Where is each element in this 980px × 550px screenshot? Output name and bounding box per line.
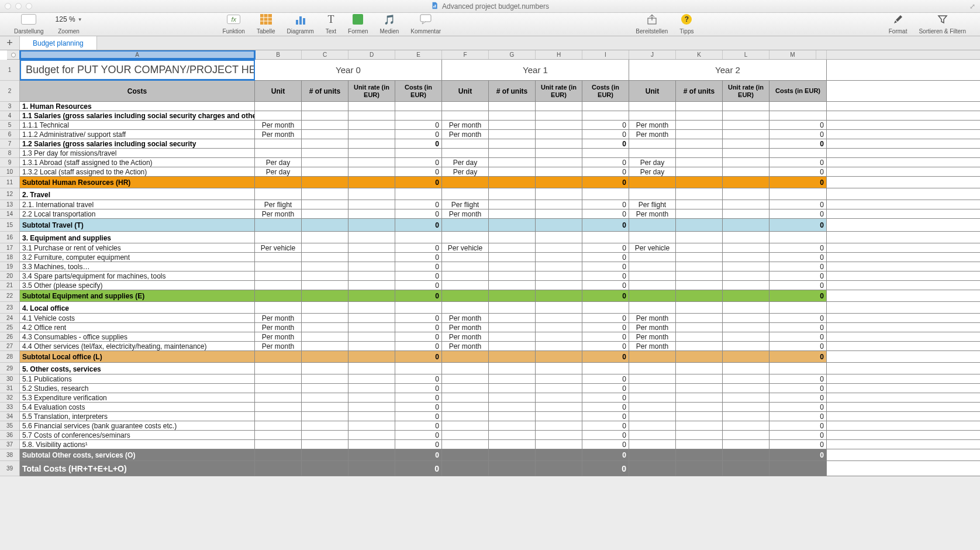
cell[interactable]: 0	[395, 342, 442, 350]
cell[interactable]: 0	[769, 421, 827, 430]
cell[interactable]	[769, 302, 827, 313]
cell[interactable]	[255, 253, 302, 262]
cell[interactable]: Per month	[629, 323, 676, 332]
cell[interactable]	[302, 253, 348, 262]
cell[interactable]	[629, 449, 676, 460]
cell[interactable]: Per month	[442, 342, 489, 350]
cell[interactable]: Per month	[442, 314, 489, 322]
cell[interactable]	[348, 188, 395, 200]
cell[interactable]	[348, 121, 395, 129]
row-header-26[interactable]: 26	[0, 332, 19, 342]
cell[interactable]: 0	[769, 449, 827, 460]
row-header-14[interactable]: 14	[0, 209, 19, 219]
cell[interactable]: 0	[769, 262, 827, 271]
cell[interactable]	[302, 332, 348, 341]
cell[interactable]	[442, 403, 489, 411]
cell[interactable]: 4.4 Other services (tel/fax, electricity…	[20, 342, 255, 350]
cell[interactable]: 1.3.1 Abroad (staff assigned to the Acti…	[20, 158, 255, 167]
cell[interactable]	[723, 412, 769, 421]
cell[interactable]	[536, 363, 582, 374]
cell[interactable]: 0	[395, 209, 442, 218]
cell[interactable]	[536, 412, 582, 421]
cell[interactable]	[255, 449, 302, 460]
cell[interactable]	[723, 290, 769, 301]
cell[interactable]: 0	[395, 219, 442, 231]
row-header-17[interactable]: 17	[0, 243, 19, 253]
cell[interactable]: Per vehicle	[255, 243, 302, 252]
cell[interactable]	[629, 219, 676, 231]
cell[interactable]	[489, 412, 536, 421]
cell[interactable]: Subtotal Local office (L)	[20, 351, 255, 362]
cell[interactable]	[676, 158, 723, 167]
spreadsheet[interactable]: ABCDEFGHIJKLM 12345678910111213141516171…	[0, 50, 980, 476]
cell[interactable]: 2.1. International travel	[20, 200, 255, 209]
cell[interactable]	[536, 177, 582, 188]
cell[interactable]	[723, 281, 769, 290]
cell[interactable]	[348, 200, 395, 209]
cell[interactable]	[442, 351, 489, 362]
cell[interactable]	[629, 102, 676, 111]
cell[interactable]	[302, 209, 348, 218]
cell[interactable]	[723, 243, 769, 252]
cell[interactable]: 0	[395, 384, 442, 393]
cell[interactable]	[676, 440, 723, 449]
cell[interactable]	[489, 440, 536, 449]
cell[interactable]: Year 0	[255, 60, 442, 80]
cell[interactable]	[676, 431, 723, 439]
cell[interactable]	[302, 262, 348, 271]
cell[interactable]: 0	[395, 167, 442, 176]
cell[interactable]	[395, 232, 442, 243]
row-header-25[interactable]: 25	[0, 323, 19, 332]
close-window-icon[interactable]	[5, 3, 11, 9]
cell[interactable]: 0	[769, 384, 827, 393]
cell[interactable]	[676, 130, 723, 139]
cell[interactable]	[676, 167, 723, 176]
cell[interactable]	[536, 323, 582, 332]
cell[interactable]	[676, 188, 723, 200]
cell[interactable]: 1.3 Per day for missions/travel	[20, 149, 255, 157]
cell[interactable]	[582, 102, 629, 111]
cell[interactable]: 0	[582, 449, 629, 460]
row-header-32[interactable]: 32	[0, 393, 19, 403]
cell[interactable]	[255, 281, 302, 290]
cell[interactable]: 0	[582, 403, 629, 411]
cell[interactable]: 0	[769, 412, 827, 421]
cell[interactable]	[676, 412, 723, 421]
cell[interactable]	[442, 281, 489, 290]
cell[interactable]	[489, 363, 536, 374]
cell[interactable]: 3. Equipment and supplies	[20, 232, 255, 243]
cell[interactable]: Unit	[255, 81, 302, 101]
cell[interactable]: 3.1 Purchase or rent of vehicles	[20, 243, 255, 252]
cell[interactable]	[348, 243, 395, 252]
cell[interactable]	[302, 421, 348, 430]
cell[interactable]	[676, 314, 723, 322]
col-header-A[interactable]: A	[20, 50, 255, 59]
tips-button[interactable]: ?Tipps	[674, 12, 699, 36]
cell[interactable]	[489, 209, 536, 218]
cell[interactable]	[442, 302, 489, 313]
cell[interactable]	[442, 384, 489, 393]
cell[interactable]	[348, 393, 395, 402]
cell[interactable]	[629, 351, 676, 362]
cell[interactable]: Per month	[255, 130, 302, 139]
cell[interactable]	[255, 421, 302, 430]
cell[interactable]: 0	[395, 253, 442, 262]
cell[interactable]: Unit	[442, 81, 489, 101]
cell[interactable]: Unit	[629, 81, 676, 101]
col-header-B[interactable]: B	[255, 50, 302, 59]
cell[interactable]	[442, 139, 489, 148]
cell[interactable]	[442, 102, 489, 111]
cell[interactable]: 0	[582, 440, 629, 449]
cell[interactable]	[676, 121, 723, 129]
row-header-35[interactable]: 35	[0, 421, 19, 431]
cell[interactable]: Per day	[442, 158, 489, 167]
cell[interactable]: 0	[582, 121, 629, 129]
cell[interactable]	[302, 351, 348, 362]
cell[interactable]: 0	[769, 323, 827, 332]
cell[interactable]	[723, 111, 769, 120]
cell[interactable]	[723, 314, 769, 322]
cell[interactable]: 0	[769, 209, 827, 218]
cell[interactable]	[489, 271, 536, 280]
cell[interactable]	[442, 440, 489, 449]
cell[interactable]	[629, 253, 676, 262]
